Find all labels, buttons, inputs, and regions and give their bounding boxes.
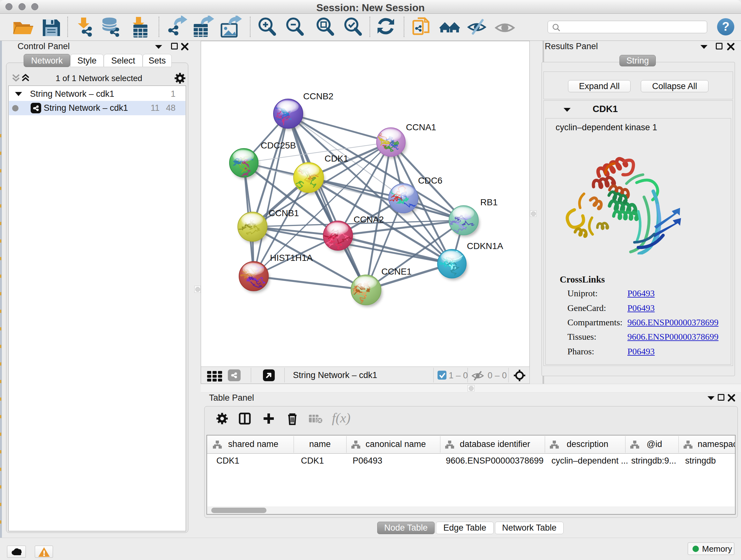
svg-text:RB1: RB1	[480, 197, 497, 207]
svg-text:CCNE1: CCNE1	[381, 266, 412, 276]
svg-text:CDKN1A: CDKN1A	[467, 241, 503, 251]
svg-text:CDC25B: CDC25B	[261, 140, 296, 150]
svg-text:HIST1H1A: HIST1H1A	[270, 253, 313, 263]
svg-text:CCNA2: CCNA2	[354, 214, 384, 225]
svg-text:CCNA1: CCNA1	[406, 122, 436, 132]
svg-text:CDC6: CDC6	[418, 176, 442, 186]
svg-text:CDK1: CDK1	[325, 153, 348, 164]
svg-text:CCNB1: CCNB1	[269, 208, 299, 218]
svg-text:CCNB2: CCNB2	[303, 91, 333, 101]
